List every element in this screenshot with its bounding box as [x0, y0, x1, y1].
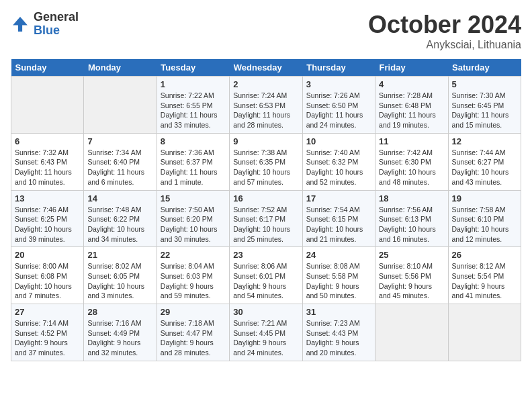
- day-number: 28: [87, 307, 152, 317]
- calendar-cell: 31Sunrise: 7:23 AM Sunset: 4:43 PM Dayli…: [302, 304, 375, 361]
- calendar-table: SundayMondayTuesdayWednesdayThursdayFrid…: [11, 59, 521, 361]
- day-detail: Sunrise: 7:42 AM Sunset: 6:30 PM Dayligh…: [379, 148, 444, 187]
- calendar-body: 1Sunrise: 7:22 AM Sunset: 6:55 PM Daylig…: [11, 77, 521, 361]
- calendar-cell: 11Sunrise: 7:42 AM Sunset: 6:30 PM Dayli…: [375, 133, 448, 190]
- day-detail: Sunrise: 7:52 AM Sunset: 6:17 PM Dayligh…: [233, 205, 298, 244]
- day-number: 25: [379, 250, 444, 260]
- calendar-cell: [448, 304, 521, 361]
- day-number: 3: [306, 79, 371, 89]
- calendar-cell: 7Sunrise: 7:34 AM Sunset: 6:40 PM Daylig…: [84, 133, 157, 190]
- day-number: 23: [233, 250, 298, 260]
- logo-text: General Blue: [34, 11, 79, 38]
- day-number: 17: [306, 193, 371, 203]
- day-detail: Sunrise: 7:56 AM Sunset: 6:13 PM Dayligh…: [379, 205, 444, 244]
- day-number: 29: [161, 307, 226, 317]
- weekday-header: Tuesday: [157, 59, 229, 77]
- logo-blue: Blue: [34, 24, 79, 38]
- page-header: General Blue October 2024 Anyksciai, Lit…: [11, 11, 521, 51]
- calendar-cell: [375, 304, 448, 361]
- day-number: 1: [161, 79, 226, 89]
- title-block: October 2024 Anyksciai, Lithuania: [368, 11, 521, 51]
- calendar-cell: 8Sunrise: 7:36 AM Sunset: 6:37 PM Daylig…: [157, 133, 229, 190]
- calendar-week-row: 1Sunrise: 7:22 AM Sunset: 6:55 PM Daylig…: [11, 77, 521, 134]
- day-number: 19: [452, 193, 517, 203]
- logo-general: General: [34, 11, 79, 24]
- day-number: 27: [15, 307, 80, 317]
- svg-marker-0: [13, 17, 28, 32]
- calendar-cell: 14Sunrise: 7:48 AM Sunset: 6:22 PM Dayli…: [84, 190, 157, 247]
- calendar-cell: 12Sunrise: 7:44 AM Sunset: 6:27 PM Dayli…: [448, 133, 521, 190]
- calendar-week-row: 6Sunrise: 7:32 AM Sunset: 6:43 PM Daylig…: [11, 133, 521, 190]
- calendar-cell: 13Sunrise: 7:46 AM Sunset: 6:25 PM Dayli…: [11, 190, 84, 247]
- calendar-cell: 5Sunrise: 7:30 AM Sunset: 6:45 PM Daylig…: [448, 77, 521, 134]
- day-detail: Sunrise: 7:26 AM Sunset: 6:50 PM Dayligh…: [306, 91, 371, 130]
- month-title: October 2024: [368, 11, 521, 39]
- day-detail: Sunrise: 8:10 AM Sunset: 5:56 PM Dayligh…: [379, 261, 444, 301]
- weekday-row: SundayMondayTuesdayWednesdayThursdayFrid…: [11, 59, 521, 77]
- day-number: 6: [15, 136, 80, 146]
- calendar-header: SundayMondayTuesdayWednesdayThursdayFrid…: [11, 59, 521, 77]
- calendar-cell: 3Sunrise: 7:26 AM Sunset: 6:50 PM Daylig…: [302, 77, 375, 134]
- calendar-cell: 6Sunrise: 7:32 AM Sunset: 6:43 PM Daylig…: [11, 133, 84, 190]
- day-detail: Sunrise: 7:34 AM Sunset: 6:40 PM Dayligh…: [87, 148, 152, 187]
- weekday-header: Monday: [84, 59, 157, 77]
- day-number: 22: [161, 250, 226, 260]
- weekday-header: Friday: [375, 59, 448, 77]
- day-detail: Sunrise: 7:23 AM Sunset: 4:43 PM Dayligh…: [306, 318, 371, 358]
- day-detail: Sunrise: 7:32 AM Sunset: 6:43 PM Dayligh…: [15, 148, 80, 187]
- calendar-cell: 26Sunrise: 8:12 AM Sunset: 5:54 PM Dayli…: [448, 247, 521, 304]
- day-detail: Sunrise: 7:54 AM Sunset: 6:15 PM Dayligh…: [306, 205, 371, 244]
- calendar-cell: 2Sunrise: 7:24 AM Sunset: 6:53 PM Daylig…: [230, 77, 302, 134]
- location: Anyksciai, Lithuania: [368, 39, 521, 51]
- calendar-cell: 25Sunrise: 8:10 AM Sunset: 5:56 PM Dayli…: [375, 247, 448, 304]
- day-number: 15: [161, 193, 226, 203]
- day-number: 18: [379, 193, 444, 203]
- day-number: 4: [379, 79, 444, 89]
- day-detail: Sunrise: 7:24 AM Sunset: 6:53 PM Dayligh…: [233, 91, 298, 130]
- day-number: 21: [87, 250, 152, 260]
- calendar-cell: 1Sunrise: 7:22 AM Sunset: 6:55 PM Daylig…: [157, 77, 229, 134]
- day-detail: Sunrise: 7:50 AM Sunset: 6:20 PM Dayligh…: [161, 205, 226, 244]
- day-number: 10: [306, 136, 371, 146]
- day-number: 11: [379, 136, 444, 146]
- calendar-cell: 4Sunrise: 7:28 AM Sunset: 6:48 PM Daylig…: [375, 77, 448, 134]
- calendar-cell: 19Sunrise: 7:58 AM Sunset: 6:10 PM Dayli…: [448, 190, 521, 247]
- day-detail: Sunrise: 7:22 AM Sunset: 6:55 PM Dayligh…: [161, 91, 226, 130]
- weekday-header: Thursday: [302, 59, 375, 77]
- day-number: 14: [87, 193, 152, 203]
- calendar-cell: [11, 77, 84, 134]
- day-detail: Sunrise: 7:38 AM Sunset: 6:35 PM Dayligh…: [233, 148, 298, 187]
- day-detail: Sunrise: 7:44 AM Sunset: 6:27 PM Dayligh…: [452, 148, 517, 187]
- calendar-week-row: 20Sunrise: 8:00 AM Sunset: 6:08 PM Dayli…: [11, 247, 521, 304]
- day-detail: Sunrise: 8:00 AM Sunset: 6:08 PM Dayligh…: [15, 261, 80, 301]
- day-detail: Sunrise: 7:18 AM Sunset: 4:47 PM Dayligh…: [161, 318, 226, 358]
- day-number: 31: [306, 307, 371, 317]
- calendar-cell: 29Sunrise: 7:18 AM Sunset: 4:47 PM Dayli…: [157, 304, 229, 361]
- day-detail: Sunrise: 8:08 AM Sunset: 5:58 PM Dayligh…: [306, 261, 371, 301]
- calendar-cell: 20Sunrise: 8:00 AM Sunset: 6:08 PM Dayli…: [11, 247, 84, 304]
- calendar-cell: 18Sunrise: 7:56 AM Sunset: 6:13 PM Dayli…: [375, 190, 448, 247]
- weekday-header: Saturday: [448, 59, 521, 77]
- logo-icon: [11, 15, 30, 34]
- calendar-cell: 10Sunrise: 7:40 AM Sunset: 6:32 PM Dayli…: [302, 133, 375, 190]
- day-detail: Sunrise: 7:58 AM Sunset: 6:10 PM Dayligh…: [452, 205, 517, 244]
- day-detail: Sunrise: 7:46 AM Sunset: 6:25 PM Dayligh…: [15, 205, 80, 244]
- day-number: 2: [233, 79, 298, 89]
- day-detail: Sunrise: 7:30 AM Sunset: 6:45 PM Dayligh…: [452, 91, 517, 130]
- day-detail: Sunrise: 8:12 AM Sunset: 5:54 PM Dayligh…: [452, 261, 517, 301]
- calendar-cell: 9Sunrise: 7:38 AM Sunset: 6:35 PM Daylig…: [230, 133, 302, 190]
- day-number: 8: [161, 136, 226, 146]
- day-number: 26: [452, 250, 517, 260]
- calendar-cell: 23Sunrise: 8:06 AM Sunset: 6:01 PM Dayli…: [230, 247, 302, 304]
- day-detail: Sunrise: 7:28 AM Sunset: 6:48 PM Dayligh…: [379, 91, 444, 130]
- calendar-cell: 22Sunrise: 8:04 AM Sunset: 6:03 PM Dayli…: [157, 247, 229, 304]
- day-detail: Sunrise: 7:16 AM Sunset: 4:49 PM Dayligh…: [87, 318, 152, 358]
- calendar-cell: 21Sunrise: 8:02 AM Sunset: 6:05 PM Dayli…: [84, 247, 157, 304]
- calendar-cell: 24Sunrise: 8:08 AM Sunset: 5:58 PM Dayli…: [302, 247, 375, 304]
- day-detail: Sunrise: 7:36 AM Sunset: 6:37 PM Dayligh…: [161, 148, 226, 187]
- day-detail: Sunrise: 8:02 AM Sunset: 6:05 PM Dayligh…: [87, 261, 152, 301]
- day-detail: Sunrise: 7:21 AM Sunset: 4:45 PM Dayligh…: [233, 318, 298, 358]
- calendar-week-row: 13Sunrise: 7:46 AM Sunset: 6:25 PM Dayli…: [11, 190, 521, 247]
- day-number: 5: [452, 79, 517, 89]
- calendar-cell: 15Sunrise: 7:50 AM Sunset: 6:20 PM Dayli…: [157, 190, 229, 247]
